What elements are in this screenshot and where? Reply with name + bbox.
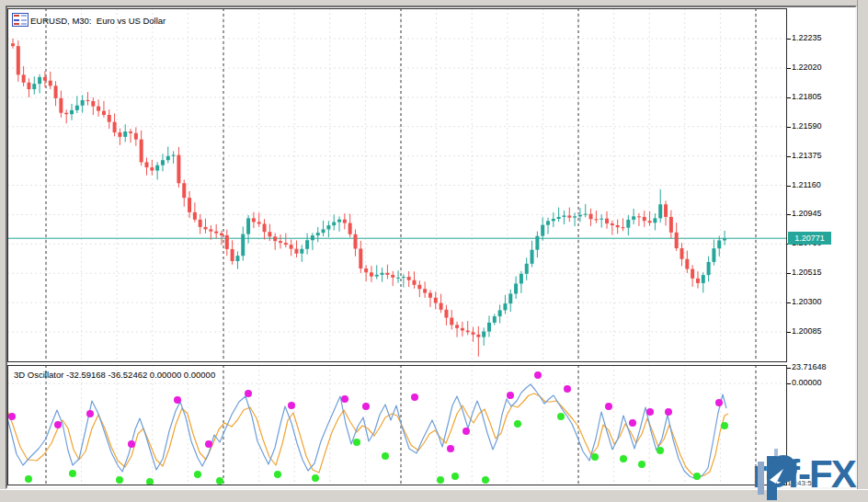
- price-axis-label: 1.20085: [792, 326, 822, 336]
- axis-tick: [787, 302, 791, 303]
- chart-title: EURUSD, M30: Euro vs US Dollar: [30, 16, 166, 26]
- watermark: rof-FX: [756, 449, 855, 496]
- window-right-edge: [857, 0, 868, 502]
- watermark-logo-icon: [756, 449, 798, 502]
- axis-tick: [787, 273, 791, 274]
- axis-tick: [787, 383, 791, 384]
- oscillator-axis-label: 23.71648: [792, 362, 827, 371]
- metatrader-chart-window: { "main_chart": { "title": "EURUSD, M30:…: [0, 0, 868, 502]
- price-axis-label: 1.20300: [792, 297, 822, 306]
- chart-type-icon: [12, 13, 29, 27]
- price-axis-label: 1.20515: [792, 268, 822, 277]
- axis-tick: [787, 39, 791, 40]
- indicator-title: 3D Oscillator -32.59168 -36.52462 0.0000…: [14, 370, 215, 380]
- axis-tick: [787, 68, 791, 69]
- axis-tick: [787, 97, 791, 98]
- oscillator-axis-label: 0.00000: [792, 378, 822, 387]
- price-axis-label: 1.20945: [792, 209, 822, 218]
- axis-tick: [787, 214, 791, 215]
- price-axis-label: 1.22235: [792, 33, 822, 42]
- axis-tick: [787, 127, 791, 128]
- axis-tick: [787, 156, 791, 157]
- candles: [11, 39, 726, 357]
- current-price-tag: 1.20771: [788, 232, 831, 245]
- axis-tick: [787, 368, 791, 369]
- price-axis-label: 1.21590: [792, 121, 822, 131]
- axis-tick: [787, 186, 791, 187]
- price-axis-label: 1.22020: [792, 63, 822, 72]
- price-axis-label: 1.21375: [792, 151, 822, 160]
- time-axis-strip: [0, 489, 868, 502]
- price-axis-label: 1.21805: [792, 92, 822, 101]
- main-chart-canvas[interactable]: [7, 8, 787, 362]
- price-axis-label: 1.21160: [792, 180, 821, 189]
- axis-tick: [787, 332, 791, 333]
- oscillator-canvas[interactable]: [7, 365, 787, 485]
